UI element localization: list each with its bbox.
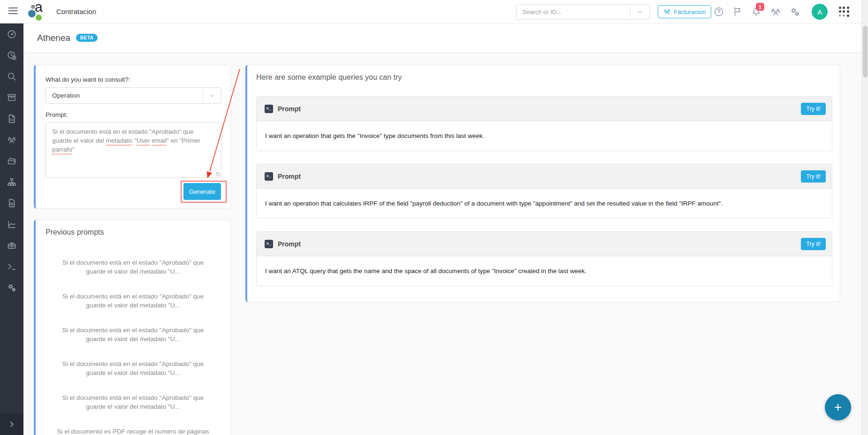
apps-grid-icon[interactable] xyxy=(838,6,850,18)
page-title: Athenea xyxy=(37,33,70,43)
prompt-card-title: Prompt xyxy=(278,240,301,248)
terminal-prompt-icon: >_ xyxy=(265,240,273,248)
search-scope-chevron-icon[interactable] xyxy=(631,9,649,15)
previous-prompt-item[interactable]: Si el documento está en el estado "Aprob… xyxy=(53,359,213,377)
generate-button[interactable]: Generate xyxy=(183,183,221,200)
consult-panel: What do you want to consult?: Operation … xyxy=(34,65,231,209)
main-content: What do you want to consult?: Operation … xyxy=(23,53,861,435)
example-query-text: I want an operation that gets the "Invoi… xyxy=(257,121,832,151)
folders-icon xyxy=(7,156,17,168)
left-sidebar xyxy=(0,23,23,435)
terminal-icon xyxy=(7,261,17,274)
misspelled-word: email xyxy=(152,137,167,144)
sidebar-item-toolbox[interactable] xyxy=(0,236,23,257)
user-avatar[interactable]: A xyxy=(812,4,828,20)
consult-type-select[interactable]: Operation xyxy=(46,87,221,104)
scrollbar-thumb[interactable] xyxy=(863,26,868,77)
previous-prompt-item[interactable]: Si el documento está en el estado "Aprob… xyxy=(53,258,213,276)
misspelled-word: parrafo xyxy=(52,146,72,153)
facturacion-label: Facturacion xyxy=(674,8,706,15)
beta-badge: BETA xyxy=(76,34,98,42)
try-it-button[interactable]: Try it! xyxy=(801,170,826,183)
teams-icon xyxy=(7,135,17,147)
prompt-label: Prompt: xyxy=(46,111,219,118)
example-queries-panel: Here are some example queries you can tr… xyxy=(245,65,840,302)
scheduler-icon xyxy=(7,50,17,62)
help-icon[interactable] xyxy=(713,6,724,17)
sidebar-item-dashboard[interactable] xyxy=(0,24,23,46)
archive-icon xyxy=(7,92,17,105)
athento-logo-icon[interactable]: a xyxy=(27,2,46,22)
chevron-right-icon xyxy=(8,420,15,428)
sidebar-item-folders[interactable] xyxy=(0,151,23,172)
flag-icon[interactable] xyxy=(732,6,743,17)
sidebar-item-scheduler[interactable] xyxy=(0,46,23,67)
select-chevron-icon xyxy=(203,92,221,99)
page-header: Athenea BETA xyxy=(23,23,861,53)
search-input[interactable] xyxy=(517,8,630,15)
sidebar-item-workflow[interactable] xyxy=(0,172,23,193)
hamburger-menu-icon[interactable] xyxy=(8,8,18,15)
sidebar-item-code-file[interactable] xyxy=(0,109,23,130)
teams-icon[interactable] xyxy=(770,6,781,17)
dashboard-icon xyxy=(7,29,17,41)
previous-prompt-item[interactable]: Si el documento está en el estado "Aprob… xyxy=(53,393,213,411)
previous-prompts-title: Previous prompts xyxy=(36,228,230,237)
example-prompt-card: >_ Prompt Try it! I want an operation th… xyxy=(256,96,832,151)
logo-letter: a xyxy=(35,0,43,15)
reports-icon xyxy=(7,219,17,231)
select-value: Operation xyxy=(46,92,203,99)
terminal-prompt-icon: >_ xyxy=(265,105,273,113)
previous-prompt-item[interactable]: Si el documento es PDF recoge el numero … xyxy=(53,427,213,435)
search-icon xyxy=(7,71,17,84)
sidebar-item-search[interactable] xyxy=(0,67,23,88)
prompt-card-title: Prompt xyxy=(278,105,301,113)
example-prompt-card: >_ Prompt Try it! I want an operation th… xyxy=(256,164,832,219)
logo-green-dot xyxy=(36,15,42,21)
sidebar-item-terminal[interactable] xyxy=(0,257,23,278)
example-query-text: I want an ATQL query that gets the name … xyxy=(257,256,832,286)
app-root: a Contratacion Facturacion 1 A Athenea B… xyxy=(0,0,868,435)
add-fab-button[interactable]: + xyxy=(825,394,851,420)
plus-icon: + xyxy=(834,400,842,415)
sidebar-item-documents[interactable] xyxy=(0,193,23,214)
try-it-button[interactable]: Try it! xyxy=(801,103,826,115)
previous-prompt-item[interactable]: Si el documento está en el estado "Aprob… xyxy=(53,292,213,310)
bell-icon[interactable]: 1 xyxy=(751,6,762,17)
sidebar-item-teams[interactable] xyxy=(0,130,23,151)
sidebar-item-settings[interactable] xyxy=(0,278,23,299)
gears-icon[interactable] xyxy=(789,6,800,17)
notification-badge: 1 xyxy=(756,3,764,11)
misspelled-word: metadato xyxy=(106,137,132,144)
code-file-icon xyxy=(7,114,17,126)
consult-question-label: What do you want to consult?: xyxy=(46,76,219,83)
previous-prompts-panel: Previous prompts Si el documento está en… xyxy=(34,220,231,435)
textarea-resize-handle[interactable] xyxy=(216,172,220,176)
example-card-header: >_ Prompt Try it! xyxy=(257,164,832,189)
sidebar-item-archive[interactable] xyxy=(0,88,23,109)
settings-icon xyxy=(7,282,17,295)
previous-prompt-item[interactable]: Si el documento está en el estado "Aprob… xyxy=(53,326,213,343)
global-search xyxy=(516,4,650,20)
sidebar-expand-button[interactable] xyxy=(0,413,23,435)
workflow-icon xyxy=(7,177,17,189)
toolbox-icon xyxy=(7,240,17,252)
sidebar-item-reports[interactable] xyxy=(0,214,23,236)
prompt-card-title: Prompt xyxy=(278,173,301,180)
page-scrollbar[interactable] xyxy=(861,0,868,435)
documents-icon xyxy=(7,198,17,210)
team-icon xyxy=(663,8,671,15)
example-query-text: I want an operation that calculates IRPF… xyxy=(257,189,832,218)
terminal-prompt-icon: >_ xyxy=(265,172,273,181)
top-header: a Contratacion Facturacion 1 A xyxy=(0,0,868,23)
try-it-button[interactable]: Try it! xyxy=(801,238,826,250)
facturacion-button[interactable]: Facturacion xyxy=(658,5,711,18)
example-card-header: >_ Prompt Try it! xyxy=(257,97,832,121)
workspace-title: Contratacion xyxy=(56,0,96,23)
prompt-textarea[interactable]: Si el documento está en el estado "Aprob… xyxy=(46,122,221,178)
misspelled-word: User xyxy=(137,137,150,144)
example-prompt-card: >_ Prompt Try it! I want an ATQL query t… xyxy=(256,231,832,286)
example-queries-title: Here are some example queries you can tr… xyxy=(256,73,830,82)
example-card-header: >_ Prompt Try it! xyxy=(257,232,832,256)
